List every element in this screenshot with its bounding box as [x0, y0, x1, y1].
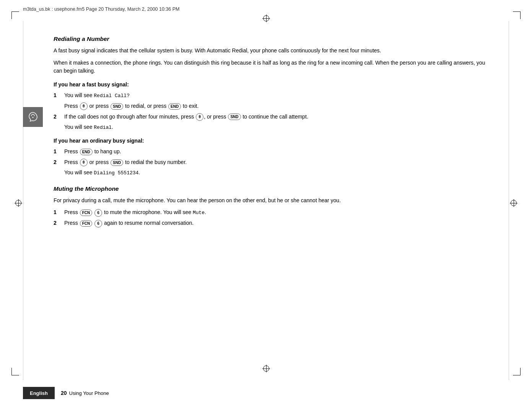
- fast-busy-step-2: 2 If the call does not go through after …: [54, 113, 494, 121]
- footer-page-context: Using Your Phone: [69, 390, 109, 396]
- ob-step-1-content: Press END to hang up.: [64, 148, 494, 156]
- muting-title: Muting the Microphone: [54, 184, 494, 193]
- cross-mark-right: [510, 199, 517, 207]
- fast-busy-step-2-sub: You will see Redial.: [64, 123, 494, 132]
- ordinary-busy-title: If you hear an ordinary busy signal:: [54, 137, 494, 145]
- fcn-button-2: FCN: [80, 220, 93, 227]
- theta-button-2: θ: [196, 113, 203, 121]
- language-label: English: [30, 390, 48, 396]
- fast-busy-steps: 1 You will see Redial Call? Press θ or p…: [54, 91, 494, 132]
- end-button-2: END: [80, 149, 93, 155]
- header-text: m3tda_us.bk : usephone.fm5 Page 20 Thurs…: [23, 6, 180, 12]
- muting-step-1-content: Press FCN 6 to mute the microphone. You …: [64, 208, 494, 217]
- six-button-1: 6: [94, 209, 102, 217]
- fast-busy-title: If you hear a fast busy signal:: [54, 81, 494, 89]
- cross-mark-bottom: [262, 365, 270, 372]
- sidebar-phone-icon: [23, 107, 43, 127]
- snd-button-1: SND: [111, 103, 123, 110]
- ordinary-busy-step-1: 1 Press END to hang up.: [54, 148, 494, 156]
- ob-step-2-content: Press θ or press SND to redial the busy …: [64, 158, 494, 167]
- ordinary-busy-steps: 1 Press END to hang up. 2 Press θ or pre…: [54, 148, 494, 177]
- page-header: m3tda_us.bk : usephone.fm5 Page 20 Thurs…: [0, 0, 532, 18]
- crop-mark-br: [509, 364, 521, 375]
- muting-steps: 1 Press FCN 6 to mute the microphone. Yo…: [54, 208, 494, 227]
- step-num-2: 2: [54, 113, 62, 121]
- six-button-2: 6: [94, 220, 102, 227]
- muting-step-2-content: Press FCN 6 again to resume normal conve…: [64, 219, 494, 227]
- theta-button-1: θ: [80, 102, 88, 110]
- muting-step-2: 2 Press FCN 6 again to resume normal con…: [54, 219, 494, 227]
- theta-button-3: θ: [80, 159, 88, 166]
- cross-mark-left: [15, 199, 22, 207]
- muting-para-1: For privacy during a call, mute the micr…: [54, 197, 494, 205]
- page-number: 20: [61, 390, 67, 396]
- redialing-para-1: A fast busy signal indicates that the ce…: [54, 47, 494, 55]
- right-border-line: [509, 21, 509, 380]
- svg-point-0: [33, 117, 34, 118]
- muting-step-num-1: 1: [54, 208, 62, 217]
- ob-step-num-1: 1: [54, 148, 62, 156]
- muting-step-num-2: 2: [54, 219, 62, 227]
- footer-page-info: 20 Using Your Phone: [61, 390, 109, 396]
- fcn-button-1: FCN: [80, 209, 93, 216]
- snd-button-3: SND: [111, 159, 123, 166]
- crop-mark-bl: [11, 364, 23, 375]
- muting-step-1: 1 Press FCN 6 to mute the microphone. Yo…: [54, 208, 494, 217]
- redialing-para-2: When it makes a connection, the phone ri…: [54, 59, 494, 75]
- snd-button-2: SND: [228, 114, 241, 120]
- redialing-title: Redialing a Number: [54, 34, 494, 44]
- page-footer: English 20 Using Your Phone: [0, 380, 532, 406]
- ordinary-busy-step-2: 2 Press θ or press SND to redial the bus…: [54, 158, 494, 167]
- ob-step-num-2: 2: [54, 158, 62, 167]
- step-2-content: If the call does not go through after fo…: [64, 113, 494, 121]
- step-num-1: 1: [54, 91, 62, 100]
- main-content: Redialing a Number A fast busy signal in…: [54, 34, 494, 230]
- fast-busy-step-1-sub: Press θ or press SND to redial, or press…: [64, 102, 494, 110]
- step-1-content: You will see Redial Call?: [64, 91, 494, 100]
- fast-busy-step-1: 1 You will see Redial Call?: [54, 91, 494, 100]
- end-button-1: END: [168, 103, 181, 110]
- ordinary-busy-step-2-sub: You will see Dialing 5551234.: [64, 169, 494, 177]
- language-tab: English: [23, 387, 55, 399]
- left-border-line: [23, 21, 23, 380]
